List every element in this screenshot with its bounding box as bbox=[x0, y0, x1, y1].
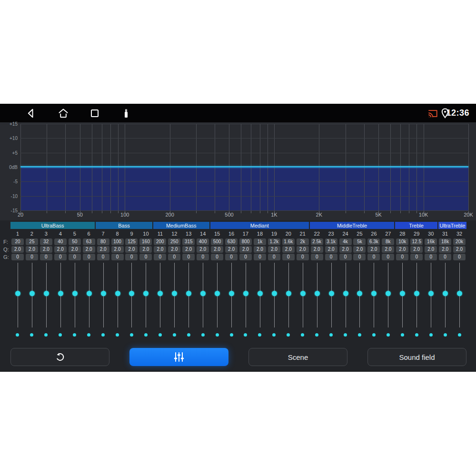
f-value-9[interactable]: 125 bbox=[125, 238, 138, 245]
gain-slider-knob-4[interactable] bbox=[58, 291, 63, 296]
f-value-21[interactable]: 2k bbox=[297, 238, 309, 245]
recents-icon[interactable] bbox=[89, 108, 100, 119]
f-value-10[interactable]: 160 bbox=[139, 238, 152, 245]
back-icon[interactable] bbox=[25, 108, 37, 119]
scene-button[interactable]: Scene bbox=[248, 348, 347, 366]
q-value-32[interactable]: 2.0 bbox=[453, 246, 466, 253]
f-value-18[interactable]: 1k bbox=[254, 238, 266, 245]
f-value-1[interactable]: 20 bbox=[11, 238, 24, 245]
f-value-17[interactable]: 800 bbox=[239, 238, 252, 245]
g-value-31[interactable]: 0 bbox=[439, 254, 451, 260]
f-value-5[interactable]: 50 bbox=[69, 238, 81, 245]
f-value-11[interactable]: 200 bbox=[154, 238, 166, 245]
g-value-22[interactable]: 0 bbox=[311, 254, 323, 260]
g-value-5[interactable]: 0 bbox=[69, 254, 81, 260]
g-value-17[interactable]: 0 bbox=[239, 254, 252, 260]
g-value-2[interactable]: 0 bbox=[26, 254, 38, 260]
gain-slider-knob-20[interactable] bbox=[286, 291, 291, 296]
g-value-16[interactable]: 0 bbox=[225, 254, 238, 260]
q-value-5[interactable]: 2.0 bbox=[69, 246, 81, 253]
g-value-13[interactable]: 0 bbox=[182, 254, 195, 260]
q-value-2[interactable]: 2.0 bbox=[26, 246, 38, 253]
f-value-28[interactable]: 10k bbox=[396, 238, 408, 245]
gain-slider-knob-9[interactable] bbox=[129, 291, 134, 296]
f-value-22[interactable]: 2.5k bbox=[311, 238, 323, 245]
f-value-13[interactable]: 315 bbox=[182, 238, 195, 245]
f-value-4[interactable]: 40 bbox=[54, 238, 67, 245]
sound-field-button[interactable]: Sound field bbox=[367, 348, 466, 366]
g-value-19[interactable]: 0 bbox=[268, 254, 280, 260]
f-value-7[interactable]: 80 bbox=[97, 238, 109, 245]
g-value-23[interactable]: 0 bbox=[325, 254, 337, 260]
f-value-3[interactable]: 32 bbox=[40, 238, 52, 245]
f-value-31[interactable]: 18k bbox=[439, 238, 451, 245]
gain-slider-knob-22[interactable] bbox=[315, 291, 320, 296]
f-value-14[interactable]: 400 bbox=[197, 238, 209, 245]
gain-slider-knob-21[interactable] bbox=[300, 291, 306, 296]
band-mediumbass[interactable]: MediumBass bbox=[153, 222, 209, 229]
g-value-29[interactable]: 0 bbox=[410, 254, 423, 260]
gain-slider-knob-13[interactable] bbox=[186, 291, 191, 296]
g-value-20[interactable]: 0 bbox=[282, 254, 295, 260]
f-value-20[interactable]: 1.6k bbox=[282, 238, 295, 245]
q-value-7[interactable]: 2.0 bbox=[97, 246, 109, 253]
gain-slider-knob-27[interactable] bbox=[386, 291, 391, 296]
q-value-9[interactable]: 2.0 bbox=[125, 246, 138, 253]
g-value-18[interactable]: 0 bbox=[254, 254, 266, 260]
g-value-6[interactable]: 0 bbox=[83, 254, 95, 260]
gain-slider-knob-3[interactable] bbox=[44, 291, 49, 296]
f-value-8[interactable]: 100 bbox=[111, 238, 124, 245]
q-value-22[interactable]: 2.0 bbox=[311, 246, 323, 253]
q-value-13[interactable]: 2.0 bbox=[182, 246, 195, 253]
band-middletreble[interactable]: MiddleTreble bbox=[310, 222, 394, 229]
q-value-15[interactable]: 2.0 bbox=[211, 246, 223, 253]
band-treble[interactable]: Treble bbox=[395, 222, 437, 229]
gain-slider-knob-24[interactable] bbox=[343, 291, 348, 296]
q-value-16[interactable]: 2.0 bbox=[225, 246, 238, 253]
q-value-19[interactable]: 2.0 bbox=[268, 246, 280, 253]
q-value-6[interactable]: 2.0 bbox=[83, 246, 95, 253]
gain-slider-knob-23[interactable] bbox=[329, 291, 334, 296]
g-value-4[interactable]: 0 bbox=[54, 254, 67, 260]
gain-slider-knob-12[interactable] bbox=[172, 291, 177, 296]
g-value-15[interactable]: 0 bbox=[211, 254, 223, 260]
gain-slider-knob-11[interactable] bbox=[158, 291, 163, 296]
band-ultratreble[interactable]: UltraTreble bbox=[438, 222, 466, 229]
gain-slider-knob-18[interactable] bbox=[258, 291, 263, 296]
band-mediant[interactable]: Mediant bbox=[210, 222, 309, 229]
q-value-4[interactable]: 2.0 bbox=[54, 246, 67, 253]
q-value-11[interactable]: 2.0 bbox=[154, 246, 166, 253]
gain-slider-knob-16[interactable] bbox=[229, 291, 234, 296]
f-value-19[interactable]: 1.2k bbox=[268, 238, 280, 245]
q-value-24[interactable]: 2.0 bbox=[339, 246, 352, 253]
gain-slider-knob-15[interactable] bbox=[215, 291, 220, 296]
gain-slider-knob-17[interactable] bbox=[243, 291, 248, 296]
f-value-16[interactable]: 630 bbox=[225, 238, 238, 245]
q-value-26[interactable]: 2.0 bbox=[367, 246, 380, 253]
q-value-31[interactable]: 2.0 bbox=[439, 246, 451, 253]
f-value-12[interactable]: 250 bbox=[168, 238, 180, 245]
equalizer-tab-button[interactable] bbox=[129, 348, 228, 366]
q-value-8[interactable]: 2.0 bbox=[111, 246, 124, 253]
g-value-8[interactable]: 0 bbox=[111, 254, 124, 260]
f-value-23[interactable]: 3.1k bbox=[325, 238, 337, 245]
f-value-32[interactable]: 20k bbox=[453, 238, 466, 245]
home-icon[interactable] bbox=[58, 108, 69, 119]
gain-slider-knob-14[interactable] bbox=[200, 291, 206, 296]
g-value-14[interactable]: 0 bbox=[197, 254, 209, 260]
q-value-27[interactable]: 2.0 bbox=[382, 246, 394, 253]
q-value-1[interactable]: 2.0 bbox=[11, 246, 24, 253]
q-value-29[interactable]: 2.0 bbox=[410, 246, 423, 253]
band-bass[interactable]: Bass bbox=[96, 222, 152, 229]
f-value-15[interactable]: 500 bbox=[211, 238, 223, 245]
gain-slider-knob-31[interactable] bbox=[443, 291, 448, 296]
g-value-32[interactable]: 0 bbox=[453, 254, 466, 260]
gain-slider-knob-32[interactable] bbox=[457, 291, 462, 296]
f-value-30[interactable]: 16k bbox=[425, 238, 437, 245]
gain-slider-knob-30[interactable] bbox=[428, 291, 434, 296]
q-value-21[interactable]: 2.0 bbox=[297, 246, 309, 253]
g-value-12[interactable]: 0 bbox=[168, 254, 180, 260]
gain-slider-knob-19[interactable] bbox=[272, 291, 277, 296]
gain-slider-knob-28[interactable] bbox=[400, 291, 405, 296]
g-value-11[interactable]: 0 bbox=[154, 254, 166, 260]
